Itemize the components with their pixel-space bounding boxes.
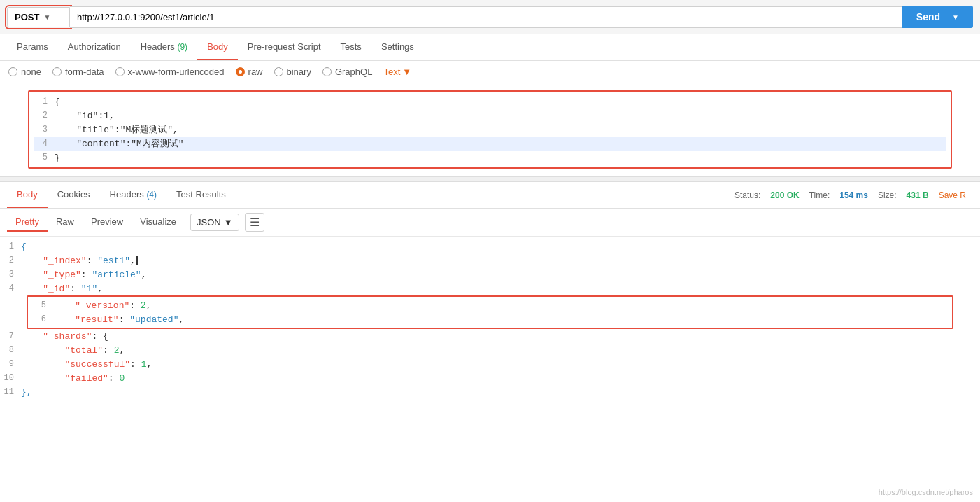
resp-line-9: 9 "successful": 1,	[0, 357, 980, 371]
resp-linenum-5: 5	[32, 300, 53, 310]
option-raw[interactable]: raw	[236, 67, 263, 77]
resp-linenum-9: 9	[0, 359, 21, 369]
size-label: Size:	[878, 190, 897, 200]
resp-tab-testresults[interactable]: Test Results	[166, 182, 236, 208]
format-visualize[interactable]: Visualize	[132, 213, 185, 232]
resp-tab-body[interactable]: Body	[7, 182, 48, 208]
option-binary[interactable]: binary	[274, 67, 311, 77]
resp-content-11: },	[21, 387, 980, 398]
resp-content-9: "successful": 1,	[21, 359, 980, 370]
time-label: Time:	[809, 190, 830, 200]
response-tabs-bar: Body Cookies Headers (4) Test Results St…	[0, 182, 980, 209]
resp-linenum-6: 6	[32, 314, 53, 324]
resp-line-4: 4 "_id": "1",	[0, 281, 980, 295]
tab-params[interactable]: Params	[7, 34, 58, 60]
section-divider	[0, 176, 980, 182]
req-line-3: 3 "title":"M标题测试",	[34, 123, 946, 137]
resp-content-1: {	[21, 242, 980, 252]
req-line-2: 2 "id":1,	[34, 109, 946, 123]
time-value: 154 ms	[839, 190, 868, 200]
resp-content-7: "_shards": {	[21, 331, 980, 342]
text-format-chevron-icon: ▼	[402, 67, 411, 77]
radio-xwww	[115, 67, 125, 76]
resp-linenum-8: 8	[0, 345, 21, 355]
tab-headers-label: Headers	[141, 41, 175, 52]
radio-graphql	[322, 67, 332, 76]
option-none[interactable]: none	[8, 67, 41, 77]
resp-content-5: "_version": 2,	[53, 300, 948, 311]
resp-content-4: "_id": "1",	[21, 284, 980, 294]
format-preview[interactable]: Preview	[83, 213, 132, 232]
json-format-select[interactable]: JSON ▼	[190, 214, 239, 231]
option-binary-label: binary	[287, 67, 311, 77]
resp-line-6: 6 "result": "updated",	[32, 312, 948, 326]
req-content-2: "id":1,	[55, 111, 946, 121]
resp-tab-cookies[interactable]: Cookies	[48, 182, 100, 208]
req-linenum-1: 1	[34, 97, 55, 106]
option-graphql[interactable]: GraphQL	[322, 67, 372, 77]
req-linenum-3: 3	[34, 125, 55, 134]
format-pretty[interactable]: Pretty	[7, 213, 48, 232]
response-status-bar: Status: 200 OK Time: 154 ms Size: 431 B …	[727, 185, 973, 206]
req-content-3: "title":"M标题测试",	[55, 123, 946, 136]
tab-authorization[interactable]: Authorization	[58, 34, 131, 60]
req-linenum-5: 5	[34, 153, 55, 162]
resp-linenum-2: 2	[0, 256, 21, 265]
tab-body[interactable]: Body	[197, 34, 238, 60]
status-value: 200 OK	[770, 190, 799, 200]
tab-headers-badge: (9)	[177, 42, 187, 52]
resp-linenum-1: 1	[0, 242, 21, 251]
send-arrow-icon: ▼	[952, 13, 959, 21]
watermark: https://blog.csdn.net/pharos	[879, 488, 973, 496]
tab-settings[interactable]: Settings	[371, 34, 424, 60]
resp-content-8: "total": 2,	[21, 345, 980, 356]
resp-line-2: 2 "_index": "est1",	[0, 253, 980, 267]
text-format-dropdown[interactable]: Text ▼	[383, 67, 411, 77]
resp-linenum-11: 11	[0, 387, 21, 397]
resp-content-3: "_type": "article",	[21, 270, 980, 280]
send-label: Send	[916, 11, 940, 22]
resp-tab-headers-label: Headers	[110, 189, 144, 200]
req-linenum-4: 4	[34, 139, 55, 148]
json-format-chevron-icon: ▼	[224, 217, 233, 228]
request-body-editor[interactable]: 1 { 2 "id":1, 3 "title":"M标题测试", 4 "cont…	[0, 83, 980, 176]
resp-line-5: 5 "_version": 2,	[32, 298, 948, 312]
resp-line-7: 7 "_shards": {	[0, 329, 980, 343]
request-tabs-bar: Params Authorization Headers (9) Body Pr…	[0, 34, 980, 61]
method-label: POST	[15, 12, 39, 22]
method-button[interactable]: POST ▼	[7, 7, 70, 27]
resp-line-10: 10 "failed": 0	[0, 371, 980, 385]
size-value: 431 B	[907, 190, 929, 200]
resp-line-3: 3 "_type": "article",	[0, 267, 980, 281]
url-input[interactable]	[70, 6, 902, 28]
resp-line-11: 11 },	[0, 385, 980, 399]
wrap-icon[interactable]: ☰	[245, 213, 264, 232]
tab-tests[interactable]: Tests	[331, 34, 371, 60]
text-format-label: Text	[383, 67, 400, 77]
option-xwww-label: x-www-form-urlencoded	[128, 67, 225, 77]
response-json-viewer: 1 { 2 "_index": "est1", 3 "_type": "arti…	[0, 237, 980, 402]
option-xwww[interactable]: x-www-form-urlencoded	[115, 67, 225, 77]
body-options-bar: none form-data x-www-form-urlencoded raw…	[0, 61, 980, 83]
format-raw[interactable]: Raw	[48, 213, 83, 232]
resp-tab-headers[interactable]: Headers (4)	[100, 182, 166, 208]
tab-prerequest[interactable]: Pre-request Script	[238, 34, 331, 60]
format-bar: Pretty Raw Preview Visualize JSON ▼ ☰	[0, 209, 980, 237]
resp-line-8: 8 "total": 2,	[0, 343, 980, 357]
option-formdata[interactable]: form-data	[52, 67, 104, 77]
resp-content-2: "_index": "est1",	[21, 256, 980, 266]
req-line-5: 5 }	[34, 151, 946, 165]
resp-linenum-4: 4	[0, 284, 21, 293]
req-line-4: 4 "content":"M内容测试"	[34, 137, 946, 151]
req-content-1: {	[55, 97, 946, 107]
option-none-label: none	[21, 67, 41, 77]
response-tabs-left: Body Cookies Headers (4) Test Results	[7, 182, 236, 208]
json-format-label: JSON	[197, 217, 221, 228]
radio-raw	[236, 67, 245, 76]
save-response-link[interactable]: Save R	[939, 190, 966, 200]
resp-linenum-7: 7	[0, 331, 21, 341]
send-button[interactable]: Send ▼	[902, 6, 973, 28]
resp-tab-headers-badge: (4)	[146, 190, 157, 200]
tab-headers[interactable]: Headers (9)	[131, 34, 197, 60]
status-label: Status:	[734, 190, 760, 200]
